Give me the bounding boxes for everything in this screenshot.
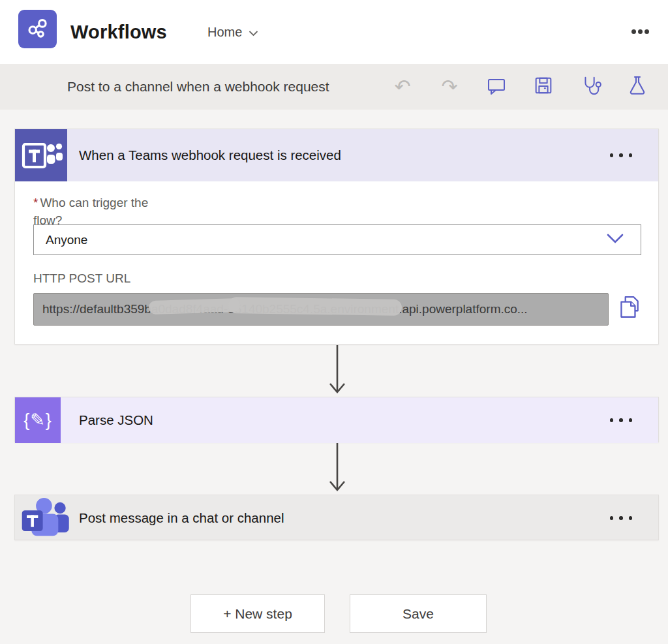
http-post-url-field[interactable]: https://defaultb359ba0dad8f4aad-35140b25… [33, 293, 609, 326]
required-asterisk: * [33, 196, 38, 209]
redo-button[interactable]: ↷ [437, 74, 462, 99]
save-button[interactable]: Save [350, 594, 487, 633]
down-arrow-icon [328, 345, 346, 395]
teams-classic-icon [15, 129, 67, 181]
trigger-more-button[interactable] [601, 144, 641, 166]
down-arrow-icon [328, 443, 346, 493]
flask-icon [626, 74, 648, 99]
who-can-trigger-label: *Who can trigger the flow? [33, 194, 148, 229]
parse-more-button[interactable] [601, 409, 641, 431]
insert-step-connector[interactable] [328, 443, 346, 493]
more-icon [631, 29, 636, 34]
trigger-card-header[interactable]: When a Teams webhook request is received [15, 129, 658, 181]
chevron-down-icon [607, 233, 624, 247]
more-icon [610, 153, 614, 157]
redo-icon: ↷ [441, 77, 457, 97]
floppy-save-icon [532, 74, 554, 99]
nav-home-dropdown[interactable]: Home [207, 0, 258, 64]
test-flask-button[interactable] [625, 74, 650, 99]
comments-button[interactable] [484, 74, 509, 99]
http-post-url-label: HTTP POST URL [33, 271, 130, 286]
new-step-button[interactable]: + New step [190, 594, 325, 633]
more-icon [610, 418, 614, 422]
parse-card-title: Parse JSON [79, 412, 153, 428]
parse-card-header[interactable]: {✎} Parse JSON [15, 397, 658, 443]
flow-toolbar: Post to a channel when a webhook request… [0, 64, 668, 110]
save-icon-button[interactable] [531, 74, 556, 99]
chevron-down-icon [249, 25, 258, 40]
who-can-trigger-dropdown[interactable]: Anyone [33, 224, 641, 255]
who-dropdown-value: Anyone [46, 233, 87, 247]
post-card-header[interactable]: Post message in a chat or channel [15, 495, 658, 541]
url-redaction-smudge [149, 298, 241, 314]
trigger-card: When a Teams webhook request is received… [14, 129, 659, 345]
header-more-button[interactable] [625, 22, 655, 41]
parse-json-icon: {✎} [15, 397, 61, 443]
trigger-card-title: When a Teams webhook request is received [79, 147, 341, 163]
nav-home-label: Home [207, 25, 242, 40]
app-header: Workflows Home [0, 0, 668, 64]
more-icon [610, 516, 614, 520]
comment-bubble-icon [485, 74, 508, 99]
post-more-button[interactable] [601, 507, 641, 529]
url-redaction-smudge [228, 297, 402, 316]
post-card-title: Post message in a chat or channel [79, 510, 284, 526]
insert-step-connector[interactable] [328, 345, 346, 395]
teams-modern-icon [15, 495, 79, 541]
post-message-card: Post message in a chat or channel [14, 495, 659, 540]
app-title: Workflows [70, 0, 167, 64]
copy-url-button[interactable] [616, 294, 642, 323]
undo-button[interactable]: ↶ [390, 74, 415, 99]
copy-icon [617, 294, 641, 323]
workflows-logo [18, 10, 57, 48]
workflows-app: Workflows Home Post to a channel when a … [0, 0, 668, 644]
stethoscope-icon [579, 74, 601, 99]
share-nodes-icon [25, 15, 51, 44]
flow-checker-button[interactable] [578, 74, 603, 99]
parse-json-card: {✎} Parse JSON [14, 397, 659, 442]
toolbar-icons: ↶ ↷ [390, 64, 650, 110]
undo-icon: ↶ [394, 77, 410, 97]
flow-title: Post to a channel when a webhook request [67, 64, 329, 110]
